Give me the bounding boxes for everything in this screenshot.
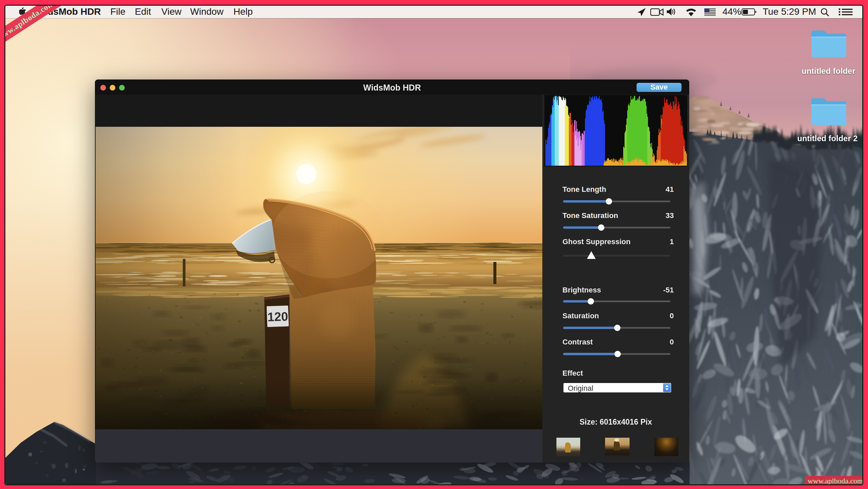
- svg-text:120: 120: [267, 310, 288, 324]
